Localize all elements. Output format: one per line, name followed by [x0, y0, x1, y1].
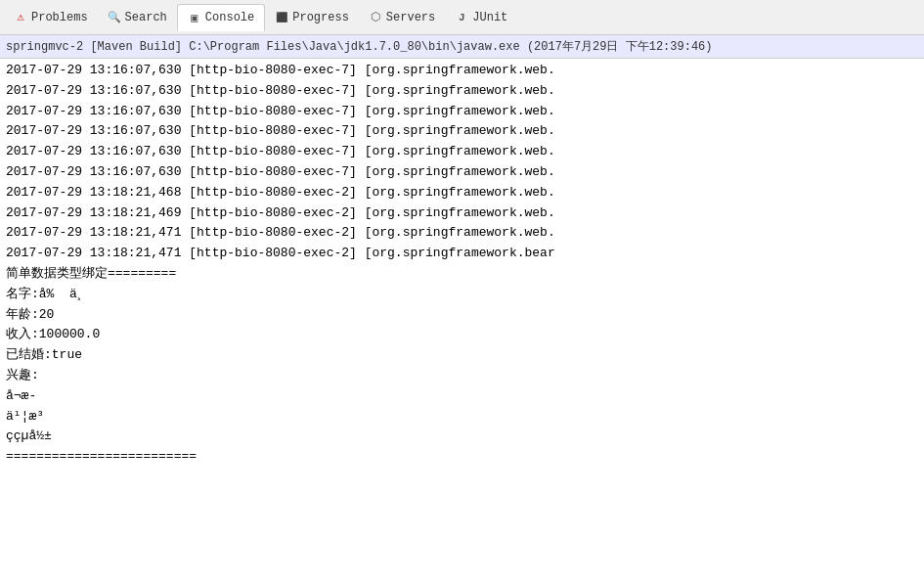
- output-line: 简单数据类型绑定=========: [6, 264, 918, 285]
- tab-junit-label: JUnit: [472, 11, 507, 24]
- log-line: 2017-07-29 13:16:07,630 [http-bio-8080-e…: [6, 162, 918, 183]
- junit-icon: [455, 11, 468, 24]
- problems-icon: [14, 11, 27, 24]
- tab-servers[interactable]: Servers: [359, 4, 445, 31]
- output-line: =========================: [6, 447, 918, 468]
- tab-problems[interactable]: Problems: [4, 4, 98, 31]
- progress-icon: [275, 11, 288, 24]
- log-line: 2017-07-29 13:16:07,630 [http-bio-8080-e…: [6, 61, 918, 81]
- tab-console-label: Console: [205, 11, 254, 24]
- console-icon: [188, 11, 201, 24]
- tab-progress-label: Progress: [292, 11, 349, 24]
- tab-servers-label: Servers: [386, 11, 435, 24]
- output-line: 名字:å% ä¸: [6, 285, 918, 305]
- tab-search[interactable]: Search: [98, 4, 177, 31]
- output-line: 收入:100000.0: [6, 325, 918, 345]
- output-line: 年龄:20: [6, 305, 918, 326]
- output-line: ççµå½±: [6, 427, 918, 447]
- tab-problems-label: Problems: [31, 11, 88, 24]
- tab-junit[interactable]: JUnit: [445, 4, 517, 31]
- tab-console[interactable]: Console: [177, 4, 265, 31]
- search-icon: [108, 11, 121, 24]
- tab-bar: Problems Search Console Progress Servers…: [0, 0, 924, 35]
- log-line: 2017-07-29 13:18:21,471 [http-bio-8080-e…: [6, 223, 918, 244]
- log-line: 2017-07-29 13:16:07,630 [http-bio-8080-e…: [6, 102, 918, 122]
- output-line: 兴趣:: [6, 366, 918, 386]
- output-line: å¬æ-: [6, 386, 918, 407]
- status-text: springmvc-2 [Maven Build] C:\Program Fil…: [6, 40, 713, 54]
- log-line: 2017-07-29 13:16:07,630 [http-bio-8080-e…: [6, 81, 918, 102]
- servers-icon: [369, 11, 382, 24]
- log-line: 2017-07-29 13:18:21,471 [http-bio-8080-e…: [6, 244, 918, 264]
- log-line: 2017-07-29 13:16:07,630 [http-bio-8080-e…: [6, 121, 918, 142]
- status-bar: springmvc-2 [Maven Build] C:\Program Fil…: [0, 35, 924, 59]
- tab-search-label: Search: [125, 11, 167, 24]
- log-line: 2017-07-29 13:16:07,630 [http-bio-8080-e…: [6, 142, 918, 162]
- tab-progress[interactable]: Progress: [265, 4, 359, 31]
- log-line: 2017-07-29 13:18:21,469 [http-bio-8080-e…: [6, 203, 918, 224]
- log-line: 2017-07-29 13:18:21,468 [http-bio-8080-e…: [6, 183, 918, 203]
- output-line: 已结婚:true: [6, 345, 918, 366]
- output-line: ä¹¦æ³: [6, 407, 918, 428]
- console-area[interactable]: 2017-07-29 13:16:07,630 [http-bio-8080-e…: [0, 59, 924, 584]
